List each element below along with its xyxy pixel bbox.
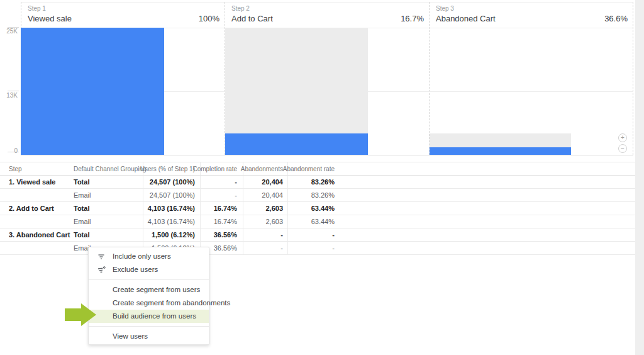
column-divider <box>633 2 633 155</box>
zoom-in-button[interactable]: + <box>618 133 627 142</box>
column-header-step: Step <box>9 162 22 176</box>
step-name: Abandoned Cart <box>436 14 496 23</box>
menu-divider <box>89 279 209 280</box>
step-name: Add to Cart <box>231 14 273 23</box>
menu-item-build-audience-from-users[interactable]: Build audience from users <box>89 310 209 323</box>
step-number: Step 1 <box>28 5 46 12</box>
cell-users[interactable]: 4,103 (16.74%) <box>107 202 195 215</box>
cell-users[interactable]: 24,507 (100%) <box>107 176 195 189</box>
y-tick <box>8 91 19 91</box>
menu-item-create-segment-from-users[interactable]: Create segment from users <box>89 283 209 296</box>
table-header-row: Step Default Channel Grouping Users (% o… <box>0 162 635 176</box>
table-row: Email 24,507 (100%) - 20,404 83.26% <box>0 189 635 202</box>
y-axis-label-13k: 13K <box>0 92 18 99</box>
ga-funnel-report: Step 1 Viewed sale 100% Step 2 Add to Ca… <box>0 0 644 355</box>
step-number: Step 3 <box>436 5 454 12</box>
menu-item-create-segment-from-abandonments[interactable]: Create segment from abandonments <box>89 296 209 310</box>
cell-channel: Total <box>74 228 89 242</box>
table-row: 2. Add to Cart Total 4,103 (16.74%) 16.7… <box>0 202 635 215</box>
page-background-strip <box>635 0 644 355</box>
menu-item-label: Include only users <box>113 252 171 260</box>
cell-channel: Total <box>74 176 89 189</box>
column-header-users: Users (% of Step 1) <box>107 162 195 176</box>
funnel-bar-step2[interactable] <box>225 133 368 155</box>
funnel-bar-step1[interactable] <box>21 28 164 155</box>
cell-abandonment-rate: 83.26% <box>270 176 335 189</box>
menu-item-label: View users <box>113 332 148 340</box>
menu-item-label: Build audience from users <box>113 312 196 320</box>
funnel-chart: Step 1 Viewed sale 100% Step 2 Add to Ca… <box>0 0 635 157</box>
step-header-2: Step 2 Add to Cart 16.7% <box>225 2 428 26</box>
cell-abandonment-rate: 83.26% <box>270 189 335 202</box>
funnel-data-table: Step Default Channel Grouping Users (% o… <box>0 162 635 255</box>
cell-users[interactable]: 24,507 (100%) <box>107 189 195 202</box>
step-number: Step 2 <box>231 5 250 12</box>
menu-divider <box>89 326 209 327</box>
cell-users[interactable]: 1,500 (6.12%) <box>107 228 195 242</box>
step-header-3: Step 3 Abandoned Cart 36.6% <box>430 2 632 26</box>
cell-step: 1. Viewed sale <box>9 176 55 189</box>
menu-item-label: Create segment from abandonments <box>113 299 230 307</box>
cell-abandonment-rate: 63.44% <box>270 215 335 228</box>
step-header-1: Step 1 Viewed sale 100% <box>21 2 224 26</box>
step-rate: 16.7% <box>401 14 424 23</box>
cell-abandonment-rate: - <box>270 228 335 242</box>
cell-channel: Total <box>74 202 89 215</box>
y-axis-label-25k: 25K <box>0 28 18 35</box>
funnel-bar-step3[interactable] <box>430 147 571 155</box>
cell-step: 3. Abandoned Cart <box>9 228 70 242</box>
cell-channel: Email <box>74 189 91 202</box>
step-rate: 36.6% <box>604 14 628 23</box>
highlight-arrow-icon <box>65 303 97 327</box>
table-row: Email 4,103 (16.74%) 16.74% 2,603 63.44% <box>0 215 635 228</box>
menu-item-include-only-users[interactable]: Include only users <box>89 250 209 263</box>
menu-item-label: Create segment from users <box>113 286 200 293</box>
step-rate: 100% <box>199 14 219 23</box>
user-segment-context-menu: Include only users Exclude users Create … <box>88 247 209 345</box>
cell-abandonment-rate: - <box>270 242 335 255</box>
table-row: 1. Viewed sale Total 24,507 (100%) - 20,… <box>0 176 635 189</box>
cell-users[interactable]: 4,103 (16.74%) <box>107 215 195 228</box>
column-header-abandonment-rate: Abandonment rate <box>270 162 335 176</box>
zoom-out-button[interactable]: − <box>618 144 627 153</box>
table-row: 3. Abandoned Cart Total 1,500 (6.12%) 36… <box>0 228 635 242</box>
axis-baseline <box>21 155 633 155</box>
cell-channel: Email <box>74 215 91 228</box>
step-name: Viewed sale <box>28 14 72 23</box>
y-axis-label-0: 0 <box>0 147 18 154</box>
cell-step: 2. Add to Cart <box>9 202 54 215</box>
filter-include-icon <box>97 252 106 261</box>
menu-item-label: Exclude users <box>113 266 158 273</box>
filter-exclude-icon <box>97 266 106 274</box>
menu-item-exclude-users[interactable]: Exclude users <box>89 263 209 276</box>
cell-abandonment-rate: 63.44% <box>270 202 335 215</box>
menu-item-view-users[interactable]: View users <box>89 330 209 343</box>
